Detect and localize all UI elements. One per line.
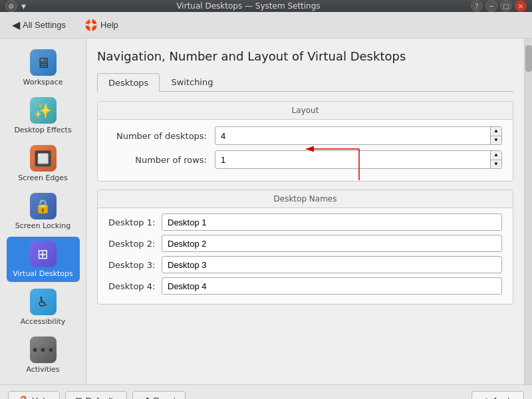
sidebar-item-accessibility[interactable]: ♿ Accessibility: [7, 285, 80, 330]
screen-edges-icon: 🔲: [30, 145, 57, 172]
desktop-names-body: Desktop 1: Desktop 2: Desktop 3: Desktop…: [98, 208, 513, 304]
tab-bar: Desktops Switching: [97, 72, 513, 92]
main-window: ◀ All Settings 🛟 Help 🖥 Workspace ✨ Desk…: [0, 12, 532, 399]
desktop-2-label: Desktop 2:: [108, 239, 162, 249]
sidebar: 🖥 Workspace ✨ Desktop Effects 🔲 Screen E…: [0, 39, 86, 384]
titlebar-controls: ? − □ ✕: [471, 0, 527, 12]
back-label: All Settings: [23, 20, 66, 30]
num-rows-spinbox[interactable]: ▲ ▼: [215, 150, 502, 169]
bottom-left-buttons: ❓ Help ⊡ Defaults ↺ Reset: [8, 391, 186, 399]
titlebar: ⚙ ▾ Virtual Desktops — System Settings ?…: [0, 0, 532, 12]
sidebar-item-desktop-effects[interactable]: ✨ Desktop Effects: [7, 93, 80, 138]
app-icon: ⚙: [5, 0, 17, 12]
sidebar-desktop-effects-label: Desktop Effects: [14, 126, 71, 134]
help-btn-label: Help: [32, 396, 50, 399]
minimize-btn[interactable]: −: [485, 0, 497, 12]
desktop-4-input[interactable]: [162, 277, 502, 295]
desktop-names-header: Desktop Names: [98, 190, 513, 208]
close-btn[interactable]: ✕: [515, 0, 527, 12]
desktop-4-label: Desktop 4:: [108, 281, 162, 291]
sidebar-virtual-desktops-label: Virtual Desktops: [13, 269, 73, 278]
num-rows-row: Number of rows: ▲ ▼: [108, 150, 502, 169]
sidebar-item-screen-edges[interactable]: 🔲 Screen Edges: [7, 141, 80, 186]
bottom-right-buttons: ✓ Apply: [471, 391, 524, 399]
desktop-row-3: Desktop 3:: [108, 256, 502, 273]
num-rows-down-btn[interactable]: ▼: [491, 160, 501, 169]
content-area: 🖥 Workspace ✨ Desktop Effects 🔲 Screen E…: [0, 39, 532, 384]
bottom-bar: ❓ Help ⊡ Defaults ↺ Reset ✓ Apply: [0, 384, 532, 399]
back-button[interactable]: ◀ All Settings: [8, 16, 70, 34]
accessibility-icon: ♿: [30, 289, 57, 315]
apply-button[interactable]: ✓ Apply: [471, 391, 524, 399]
desktop-names-section: Desktop Names Desktop 1: Desktop 2: Desk…: [97, 190, 513, 305]
tab-switching[interactable]: Switching: [160, 72, 224, 91]
sidebar-screen-edges-label: Screen Edges: [18, 174, 68, 182]
reset-btn-icon: ↺: [142, 396, 150, 399]
screen-locking-icon: 🔒: [30, 193, 57, 219]
reset-btn-label: Reset: [153, 396, 176, 399]
num-desktops-input[interactable]: [215, 131, 490, 141]
defaults-btn-label: Defaults: [86, 396, 118, 399]
spinbox-down-btn[interactable]: ▼: [491, 136, 501, 145]
app-menu-icon[interactable]: ▾: [21, 1, 26, 11]
defaults-button[interactable]: ⊡ Defaults: [65, 391, 128, 399]
num-rows-input[interactable]: [215, 155, 490, 165]
scrollbar-thumb[interactable]: [525, 45, 532, 72]
tab-desktops[interactable]: Desktops: [97, 73, 160, 92]
sidebar-item-virtual-desktops[interactable]: ⊞ Virtual Desktops: [7, 237, 80, 282]
desktop-3-label: Desktop 3:: [108, 260, 162, 270]
apply-btn-icon: ✓: [481, 396, 489, 399]
layout-section-body: Number of desktops: ▲ ▼ Number of rows:: [98, 120, 513, 181]
virtual-desktops-icon: ⊞: [30, 241, 57, 267]
help-titlebar-btn[interactable]: ?: [471, 0, 483, 12]
desktop-1-label: Desktop 1:: [108, 217, 162, 227]
page-title: Navigation, Number and Layout of Virtual…: [97, 49, 513, 63]
activities-icon: •••: [30, 336, 57, 363]
titlebar-left: ⚙ ▾: [5, 0, 26, 12]
window-title: Virtual Desktops — System Settings: [26, 1, 471, 11]
reset-button[interactable]: ↺ Reset: [132, 391, 186, 399]
layout-section: Layout Number of desktops: ▲ ▼: [97, 101, 513, 182]
num-desktops-label: Number of desktops:: [108, 131, 215, 141]
spinbox-buttons: ▲ ▼: [490, 127, 501, 144]
desktop-row-4: Desktop 4:: [108, 277, 502, 295]
num-rows-spinbox-buttons: ▲ ▼: [490, 151, 501, 168]
num-desktops-row: Number of desktops: ▲ ▼: [108, 126, 502, 145]
num-rows-up-btn[interactable]: ▲: [491, 151, 501, 160]
sidebar-item-workspace[interactable]: 🖥 Workspace: [7, 45, 80, 90]
desktop-row-2: Desktop 2:: [108, 235, 502, 252]
help-button[interactable]: ❓ Help: [8, 391, 60, 399]
scrollbar-track[interactable]: [525, 39, 532, 384]
defaults-btn-icon: ⊡: [75, 396, 82, 399]
num-rows-label: Number of rows:: [108, 155, 215, 165]
back-icon: ◀: [12, 19, 20, 31]
num-desktops-spinbox[interactable]: ▲ ▼: [215, 126, 502, 145]
desktop-2-input[interactable]: [162, 235, 502, 252]
help-btn-icon: ❓: [18, 396, 29, 399]
sidebar-item-screen-locking[interactable]: 🔒 Screen Locking: [7, 189, 80, 234]
spinbox-up-btn[interactable]: ▲: [491, 127, 501, 136]
apply-btn-label: Apply: [492, 396, 514, 399]
help-nav-button[interactable]: 🛟 Help: [80, 16, 122, 34]
maximize-btn[interactable]: □: [500, 0, 512, 12]
desktop-3-input[interactable]: [162, 256, 502, 273]
desktop-effects-icon: ✨: [30, 97, 57, 124]
sidebar-item-activities[interactable]: ••• Activities: [7, 332, 80, 378]
sidebar-activities-label: Activities: [26, 365, 59, 374]
navbar: ◀ All Settings 🛟 Help: [0, 12, 532, 39]
desktop-1-input[interactable]: [162, 213, 502, 231]
sidebar-accessibility-label: Accessibility: [21, 317, 66, 326]
scrollbar[interactable]: [524, 39, 532, 384]
desktop-row-1: Desktop 1:: [108, 213, 502, 231]
sidebar-workspace-label: Workspace: [23, 78, 63, 86]
workspace-icon: 🖥: [30, 49, 57, 76]
layout-section-header: Layout: [98, 102, 513, 120]
help-label: Help: [100, 20, 118, 30]
main-panel: Navigation, Number and Layout of Virtual…: [86, 39, 524, 384]
sidebar-screen-locking-label: Screen Locking: [15, 221, 70, 230]
help-icon: 🛟: [84, 19, 98, 31]
